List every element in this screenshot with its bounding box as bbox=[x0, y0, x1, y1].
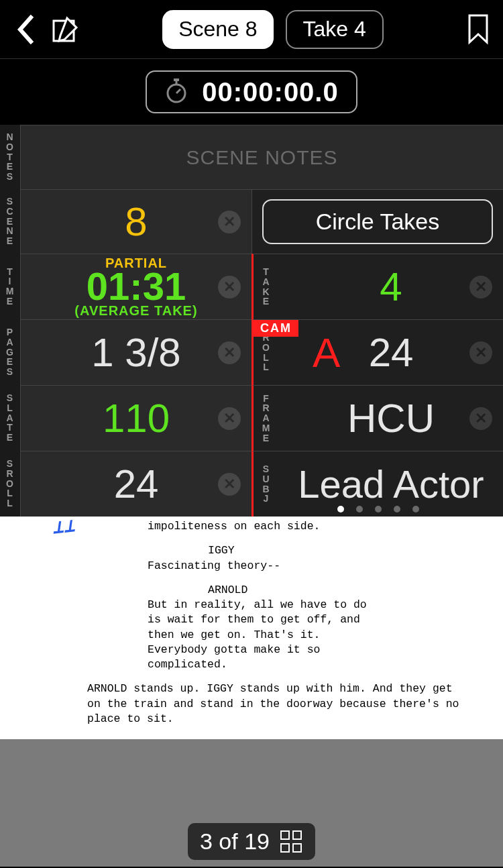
slate-label: SLATE bbox=[0, 385, 20, 451]
take-sublabel: TAKE bbox=[254, 254, 279, 319]
script-continued: (CONTINUED) bbox=[27, 739, 443, 739]
time-label: TIME bbox=[0, 254, 20, 319]
clear-frame-icon[interactable]: ✕ bbox=[469, 407, 492, 430]
scene-label: SCENE bbox=[0, 189, 20, 254]
time-cell[interactable]: PARTIAL 01:31 (AVERAGE TAKE) ✕ bbox=[20, 254, 252, 319]
clear-roll-icon[interactable]: ✕ bbox=[469, 341, 492, 364]
sroll-cell[interactable]: 24 ✕ bbox=[20, 451, 252, 517]
clear-scene-icon[interactable]: ✕ bbox=[218, 211, 241, 233]
subj-cell[interactable]: SUBJ Lead Actor bbox=[252, 451, 503, 517]
page-indicator-pill[interactable]: 3 of 19 bbox=[188, 823, 315, 860]
scene-notes-field[interactable]: SCENE NOTES bbox=[20, 125, 503, 189]
stopwatch-icon bbox=[164, 77, 188, 107]
sroll-value: 24 bbox=[114, 461, 159, 507]
svg-line-4 bbox=[176, 89, 180, 93]
grid-view-icon[interactable] bbox=[280, 830, 303, 853]
script-character: IGGY bbox=[208, 543, 476, 558]
bookmark-icon[interactable] bbox=[467, 14, 490, 45]
time-value: 01:31 bbox=[87, 267, 186, 306]
edit-icon[interactable] bbox=[51, 15, 79, 44]
scene-chip[interactable]: Scene 8 bbox=[162, 10, 273, 49]
notes-label: NOTES bbox=[0, 125, 20, 189]
clear-slate-icon[interactable]: ✕ bbox=[218, 407, 241, 430]
pages-value: 1 3/8 bbox=[91, 329, 180, 376]
clear-time-icon[interactable]: ✕ bbox=[218, 276, 241, 299]
svg-rect-2 bbox=[174, 78, 179, 81]
pages-label: PAGES bbox=[0, 319, 20, 385]
script-mark: ⟂⟂ bbox=[51, 517, 76, 541]
back-icon[interactable] bbox=[13, 13, 38, 46]
scene-cell[interactable]: 8 ✕ bbox=[20, 189, 252, 254]
slate-value: 110 bbox=[103, 395, 170, 441]
clear-pages-icon[interactable]: ✕ bbox=[218, 341, 241, 364]
roll-letter: A bbox=[313, 329, 340, 376]
take-value: 4 bbox=[380, 264, 402, 310]
frame-value: HCU bbox=[347, 395, 435, 441]
sroll-label: SROLL bbox=[0, 451, 20, 517]
script-line: impoliteness on each side. bbox=[148, 519, 369, 534]
subj-value: Lead Actor bbox=[298, 462, 484, 506]
script-line: Fascinating theory-- bbox=[148, 559, 369, 574]
take-chip[interactable]: Take 4 bbox=[286, 10, 384, 49]
slate-cell[interactable]: 110 ✕ bbox=[20, 385, 252, 451]
page-indicator-text: 3 of 19 bbox=[200, 828, 270, 855]
time-avg-label: (AVERAGE TAKE) bbox=[74, 303, 197, 319]
footer: 3 of 19 bbox=[0, 739, 503, 867]
timer-value: 00:00:00.0 bbox=[202, 77, 338, 107]
frame-cell[interactable]: FRAME HCU ✕ bbox=[252, 385, 503, 451]
circle-takes-button[interactable]: Circle Takes bbox=[262, 199, 493, 244]
timer-box[interactable]: 00:00:00.0 bbox=[146, 70, 357, 113]
clear-take-icon[interactable]: ✕ bbox=[469, 276, 492, 299]
top-bar: Scene 8 Take 4 bbox=[0, 0, 503, 59]
take-cell[interactable]: TAKE 4 ✕ bbox=[252, 254, 503, 319]
roll-number: 24 bbox=[369, 329, 414, 376]
scene-value: 8 bbox=[125, 199, 147, 245]
script-action: ARNOLD stands up. IGGY stands up with hi… bbox=[87, 682, 463, 726]
script-line: But in reality, all we have to do is wai… bbox=[148, 598, 369, 672]
script-character: ARNOLD bbox=[208, 583, 476, 598]
circle-takes-cell: Circle Takes bbox=[252, 189, 503, 254]
frame-sublabel: FRAME bbox=[254, 386, 279, 451]
script-view[interactable]: ⟂⟂ impoliteness on each side. IGGY Fasci… bbox=[0, 517, 503, 739]
clear-sroll-icon[interactable]: ✕ bbox=[218, 473, 241, 496]
data-grid: NOTES SCENE NOTES SCENE 8 ✕ Circle Takes… bbox=[0, 125, 503, 517]
roll-cell[interactable]: CAM ROLL A 24 ✕ bbox=[252, 319, 503, 385]
page-dots bbox=[254, 506, 503, 512]
timer-bar: 00:00:00.0 bbox=[0, 59, 503, 125]
pages-cell[interactable]: 1 3/8 ✕ bbox=[20, 319, 252, 385]
